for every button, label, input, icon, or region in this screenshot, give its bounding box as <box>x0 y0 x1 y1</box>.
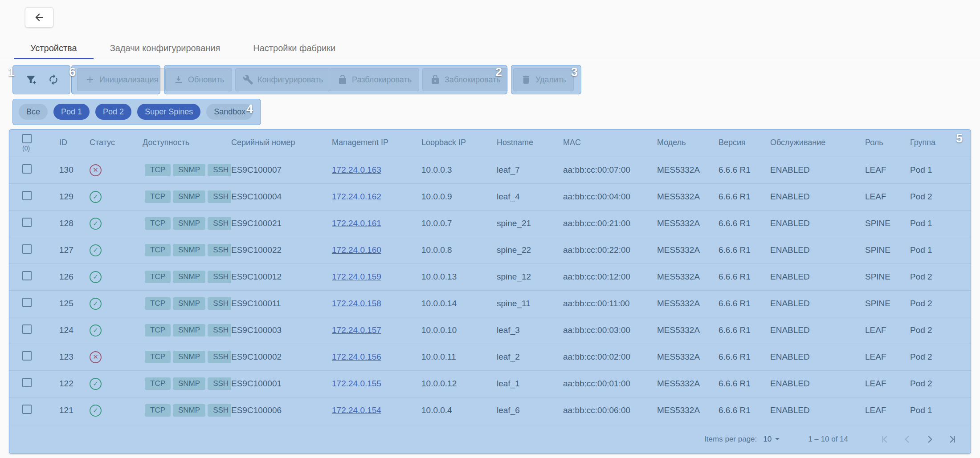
row-checkbox[interactable] <box>22 298 32 307</box>
tab-устройства[interactable]: Устройства <box>14 37 94 59</box>
management-ip-link[interactable]: 172.24.0.156 <box>332 352 381 361</box>
management-ip-link[interactable]: 172.24.0.155 <box>332 379 381 388</box>
serial-number: ES9C100002 <box>231 344 332 370</box>
loopback-ip: 10.0.0.8 <box>421 237 497 263</box>
filter-add-button[interactable] <box>20 69 41 90</box>
availability-tag: SSH <box>208 190 231 203</box>
page-size-select[interactable]: 10 <box>763 435 780 444</box>
refresh-button[interactable] <box>43 69 64 90</box>
row-checkbox[interactable] <box>22 324 32 334</box>
status-error-icon: ✕ <box>90 164 102 176</box>
delete-button[interactable]: Удалить <box>513 68 574 91</box>
availability-tag: TCP <box>145 271 171 283</box>
table-row[interactable]: 124 ✓ TCPSNMPSSH ES9C100003 172.24.0.157… <box>9 317 971 344</box>
table-row[interactable]: 123 ✕ TCPSNMPSSH ES9C100002 172.24.0.156… <box>9 344 971 370</box>
table-row[interactable]: 122 ✓ TCPSNMPSSH ES9C100001 172.24.0.155… <box>9 370 971 397</box>
hostname: leaf_4 <box>497 183 563 210</box>
arrow-back-icon <box>33 12 45 23</box>
mac-address: aa:bb:cc:00:11:00 <box>563 290 657 317</box>
serial-number: ES9C100006 <box>231 397 332 424</box>
col-header-model: Модель <box>657 129 719 157</box>
table-row[interactable]: 126 ✓ TCPSNMPSSH ES9C100012 172.24.0.159… <box>9 263 971 290</box>
delete-button-label: Удалить <box>535 75 566 85</box>
select-all-checkbox[interactable] <box>22 134 32 143</box>
availability-tag: TCP <box>145 324 171 336</box>
availability-tags: TCPSNMPSSH <box>143 317 231 344</box>
availability-tags: TCPSNMPSSH <box>143 290 231 317</box>
back-button[interactable] <box>25 7 53 28</box>
row-checkbox[interactable] <box>22 271 32 280</box>
table-row[interactable]: 121 ✓ TCPSNMPSSH ES9C100006 172.24.0.154… <box>9 397 971 424</box>
row-checkbox[interactable] <box>22 191 32 200</box>
management-ip-link[interactable]: 172.24.0.162 <box>332 192 381 201</box>
col-header-group: Группа <box>910 129 971 157</box>
table-row[interactable]: 128 ✓ TCPSNMPSSH ES9C100021 172.24.0.161… <box>9 210 971 237</box>
serial-number: ES9C100003 <box>231 317 332 344</box>
tab-задачи-конфигурирования[interactable]: Задачи конфигурирования <box>94 37 237 59</box>
fabric-devices-page: УстройстваЗадачи конфигурированияНастрой… <box>0 0 980 458</box>
init-button-label: Инициализация <box>99 75 158 85</box>
availability-tag: SSH <box>208 271 231 283</box>
row-checkbox[interactable] <box>22 378 32 387</box>
management-ip-link[interactable]: 172.24.0.154 <box>332 405 381 415</box>
device-id: 125 <box>59 290 90 317</box>
availability-tag: SNMP <box>173 164 205 176</box>
availability-tag: TCP <box>145 244 171 256</box>
update-button[interactable]: Обновить <box>166 68 232 91</box>
availability-tag: SNMP <box>173 271 205 283</box>
lock-button[interactable]: Заблокировать <box>422 68 508 91</box>
row-checkbox[interactable] <box>22 244 32 254</box>
next-page-button[interactable] <box>924 434 935 445</box>
last-page-button[interactable] <box>946 434 958 445</box>
hostname: spine_12 <box>497 263 563 290</box>
col-header-role: Роль <box>865 129 910 157</box>
table-row[interactable]: 130 ✕ TCPSNMPSSH ES9C100007 172.24.0.163… <box>9 157 971 183</box>
table-row[interactable]: 129 ✓ TCPSNMPSSH ES9C100004 172.24.0.162… <box>9 183 971 210</box>
management-ip-link[interactable]: 172.24.0.157 <box>332 325 381 335</box>
configure-button[interactable]: Конфигурировать <box>235 68 331 91</box>
row-checkbox[interactable] <box>22 218 32 227</box>
device-role: SPINE <box>865 210 910 237</box>
filter-chip-все[interactable]: Все <box>19 104 48 120</box>
device-model: MES5332A <box>657 157 719 183</box>
filter-chip-super-spines[interactable]: Super Spines <box>137 104 200 120</box>
table-row[interactable]: 125 ✓ TCPSNMPSSH ES9C100011 172.24.0.158… <box>9 290 971 317</box>
availability-tag: TCP <box>145 297 171 310</box>
first-page-button[interactable] <box>879 434 891 445</box>
device-model: MES5332A <box>657 263 719 290</box>
row-checkbox[interactable] <box>22 351 32 361</box>
management-ip-link[interactable]: 172.24.0.160 <box>332 245 381 255</box>
chevron-right-icon <box>924 434 935 445</box>
serial-number: ES9C100012 <box>231 263 332 290</box>
device-id: 127 <box>59 237 90 263</box>
lock-button-label: Заблокировать <box>445 75 501 85</box>
filter-chip-pod-1[interactable]: Pod 1 <box>53 104 90 120</box>
tab-настройки-фабрики[interactable]: Настройки фабрики <box>237 37 352 59</box>
filter-chip-sandbox[interactable]: Sandbox <box>206 104 253 120</box>
management-ip-link[interactable]: 172.24.0.159 <box>332 272 381 281</box>
unlock-button[interactable]: Разблокировать <box>330 68 419 91</box>
management-ip-link[interactable]: 172.24.0.163 <box>332 165 381 174</box>
filter-chip-pod-2[interactable]: Pod 2 <box>95 104 131 120</box>
device-role: LEAF <box>865 370 910 397</box>
management-ip-link[interactable]: 172.24.0.161 <box>332 219 381 228</box>
hostname: leaf_7 <box>497 157 563 183</box>
table-row[interactable]: 127 ✓ TCPSNMPSSH ES9C100022 172.24.0.160… <box>9 237 971 263</box>
management-ip-link[interactable]: 172.24.0.158 <box>332 299 381 308</box>
row-checkbox[interactable] <box>22 164 32 174</box>
row-checkbox[interactable] <box>22 405 32 414</box>
mac-address: aa:bb:cc:00:12:00 <box>563 263 657 290</box>
device-version: 6.6.6 R1 <box>719 317 770 344</box>
serial-number: ES9C100004 <box>231 183 332 210</box>
init-button[interactable]: Инициализация <box>77 68 166 91</box>
availability-tag: SSH <box>208 244 231 256</box>
prev-page-button[interactable] <box>902 434 913 445</box>
status-ok-icon: ✓ <box>90 218 102 230</box>
devices-table: (0) ID Статус Доступность Серийный номер… <box>9 129 971 424</box>
maintenance-state: ENABLED <box>770 397 865 424</box>
device-role: SPINE <box>865 237 910 263</box>
device-id: 126 <box>59 263 90 290</box>
device-role: LEAF <box>865 317 910 344</box>
device-group: Pod 1 <box>910 397 971 424</box>
toolbar: Инициализация Обновить Конфигурировать Р… <box>0 65 980 94</box>
